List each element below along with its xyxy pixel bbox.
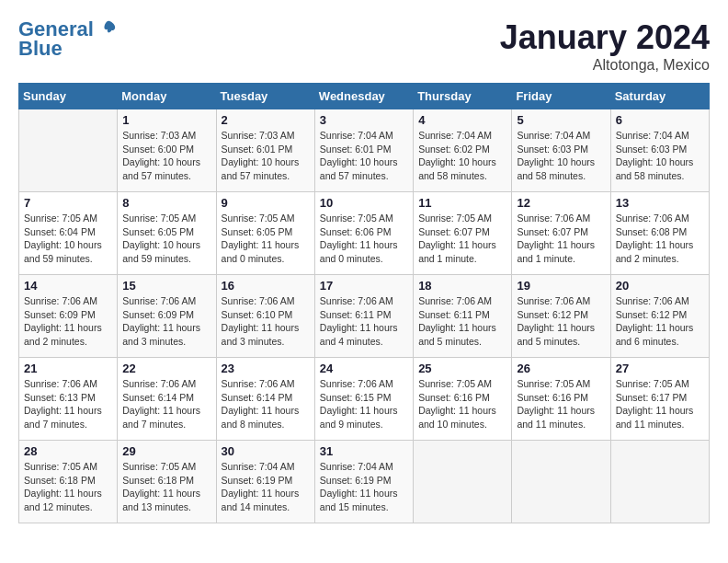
day-info: Sunrise: 7:05 AM Sunset: 6:16 PM Dayligh… (418, 377, 506, 431)
day-info: Sunrise: 7:03 AM Sunset: 6:00 PM Dayligh… (122, 129, 210, 183)
calendar-cell: 1Sunrise: 7:03 AM Sunset: 6:00 PM Daylig… (118, 109, 216, 192)
day-info: Sunrise: 7:06 AM Sunset: 6:14 PM Dayligh… (122, 377, 210, 431)
day-number: 18 (418, 279, 506, 293)
day-number: 8 (122, 196, 210, 210)
calendar-cell: 12Sunrise: 7:06 AM Sunset: 6:07 PM Dayli… (512, 192, 610, 275)
calendar-cell: 24Sunrise: 7:06 AM Sunset: 6:15 PM Dayli… (314, 358, 413, 441)
header-day-wednesday: Wednesday (314, 84, 413, 109)
day-info: Sunrise: 7:05 AM Sunset: 6:06 PM Dayligh… (320, 212, 408, 266)
day-number: 22 (122, 362, 210, 375)
calendar-cell: 23Sunrise: 7:06 AM Sunset: 6:14 PM Dayli… (216, 358, 314, 441)
week-row-2: 14Sunrise: 7:06 AM Sunset: 6:09 PM Dayli… (19, 275, 710, 358)
day-number: 29 (122, 444, 210, 458)
day-info: Sunrise: 7:05 AM Sunset: 6:18 PM Dayligh… (24, 460, 112, 514)
day-number: 28 (24, 444, 112, 458)
day-info: Sunrise: 7:04 AM Sunset: 6:03 PM Dayligh… (517, 129, 605, 183)
calendar-cell: 22Sunrise: 7:06 AM Sunset: 6:14 PM Dayli… (118, 358, 216, 441)
calendar-cell: 5Sunrise: 7:04 AM Sunset: 6:03 PM Daylig… (512, 109, 610, 192)
calendar-cell (19, 109, 118, 192)
day-info: Sunrise: 7:06 AM Sunset: 6:15 PM Dayligh… (320, 377, 408, 431)
day-number: 23 (222, 362, 310, 375)
calendar-cell (610, 441, 709, 523)
header-day-tuesday: Tuesday (216, 84, 314, 109)
day-info: Sunrise: 7:05 AM Sunset: 6:04 PM Dayligh… (24, 212, 112, 266)
day-info: Sunrise: 7:05 AM Sunset: 6:05 PM Dayligh… (222, 212, 310, 266)
calendar-table: SundayMondayTuesdayWednesdayThursdayFrid… (18, 83, 710, 523)
location: Altotonga, Mexico (500, 57, 710, 74)
day-number: 19 (517, 279, 605, 293)
calendar-cell: 31Sunrise: 7:04 AM Sunset: 6:19 PM Dayli… (314, 441, 413, 523)
day-number: 15 (122, 279, 210, 293)
day-number: 6 (616, 113, 704, 127)
day-info: Sunrise: 7:06 AM Sunset: 6:09 PM Dayligh… (24, 294, 112, 349)
day-number: 5 (517, 113, 605, 127)
day-number: 3 (320, 113, 408, 127)
calendar-cell: 4Sunrise: 7:04 AM Sunset: 6:02 PM Daylig… (414, 109, 512, 192)
calendar-cell: 11Sunrise: 7:05 AM Sunset: 6:07 PM Dayli… (414, 192, 512, 275)
day-info: Sunrise: 7:06 AM Sunset: 6:08 PM Dayligh… (616, 212, 704, 266)
day-info: Sunrise: 7:05 AM Sunset: 6:18 PM Dayligh… (122, 460, 210, 514)
calendar-cell (414, 441, 512, 523)
month-title: January 2024 (500, 18, 710, 57)
day-info: Sunrise: 7:06 AM Sunset: 6:12 PM Dayligh… (517, 294, 605, 349)
week-row-0: 1Sunrise: 7:03 AM Sunset: 6:00 PM Daylig… (19, 109, 710, 192)
week-row-4: 28Sunrise: 7:05 AM Sunset: 6:18 PM Dayli… (19, 441, 710, 523)
day-number: 4 (418, 113, 506, 127)
header-day-friday: Friday (512, 84, 610, 109)
day-number: 14 (24, 279, 112, 293)
calendar-cell: 8Sunrise: 7:05 AM Sunset: 6:05 PM Daylig… (118, 192, 216, 275)
day-info: Sunrise: 7:04 AM Sunset: 6:03 PM Dayligh… (616, 129, 704, 183)
calendar-cell: 27Sunrise: 7:05 AM Sunset: 6:17 PM Dayli… (610, 358, 709, 441)
day-number: 1 (122, 113, 210, 127)
calendar-cell: 19Sunrise: 7:06 AM Sunset: 6:12 PM Dayli… (512, 275, 610, 358)
day-number: 20 (616, 279, 704, 293)
day-info: Sunrise: 7:05 AM Sunset: 6:05 PM Dayligh… (122, 212, 210, 266)
day-number: 7 (24, 196, 112, 210)
calendar-cell (512, 441, 610, 523)
day-info: Sunrise: 7:04 AM Sunset: 6:02 PM Dayligh… (418, 129, 506, 183)
day-info: Sunrise: 7:05 AM Sunset: 6:07 PM Dayligh… (418, 212, 506, 266)
day-info: Sunrise: 7:06 AM Sunset: 6:10 PM Dayligh… (222, 294, 310, 349)
day-info: Sunrise: 7:06 AM Sunset: 6:14 PM Dayligh… (222, 377, 310, 431)
logo: General Blue (18, 18, 117, 61)
calendar-cell: 26Sunrise: 7:05 AM Sunset: 6:16 PM Dayli… (512, 358, 610, 441)
day-number: 21 (24, 362, 112, 375)
header-day-sunday: Sunday (19, 84, 118, 109)
day-info: Sunrise: 7:06 AM Sunset: 6:07 PM Dayligh… (517, 212, 605, 266)
day-info: Sunrise: 7:06 AM Sunset: 6:11 PM Dayligh… (418, 294, 506, 349)
day-number: 2 (222, 113, 310, 127)
title-block: January 2024 Altotonga, Mexico (500, 18, 710, 74)
day-number: 27 (616, 362, 704, 375)
day-info: Sunrise: 7:03 AM Sunset: 6:01 PM Dayligh… (222, 129, 310, 183)
day-number: 30 (222, 444, 310, 458)
day-number: 16 (222, 279, 310, 293)
calendar-cell: 6Sunrise: 7:04 AM Sunset: 6:03 PM Daylig… (610, 109, 709, 192)
day-number: 11 (418, 196, 506, 210)
page-header: General Blue January 2024 Altotonga, Mex… (18, 18, 710, 74)
calendar-cell: 15Sunrise: 7:06 AM Sunset: 6:09 PM Dayli… (118, 275, 216, 358)
calendar-cell: 16Sunrise: 7:06 AM Sunset: 6:10 PM Dayli… (216, 275, 314, 358)
header-day-monday: Monday (118, 84, 216, 109)
calendar-cell: 7Sunrise: 7:05 AM Sunset: 6:04 PM Daylig… (19, 192, 118, 275)
day-number: 10 (320, 196, 408, 210)
day-info: Sunrise: 7:04 AM Sunset: 6:01 PM Dayligh… (320, 129, 408, 183)
calendar-cell: 14Sunrise: 7:06 AM Sunset: 6:09 PM Dayli… (19, 275, 118, 358)
day-info: Sunrise: 7:05 AM Sunset: 6:17 PM Dayligh… (616, 377, 704, 431)
week-row-1: 7Sunrise: 7:05 AM Sunset: 6:04 PM Daylig… (19, 192, 710, 275)
day-number: 17 (320, 279, 408, 293)
day-number: 24 (320, 362, 408, 375)
day-info: Sunrise: 7:04 AM Sunset: 6:19 PM Dayligh… (320, 460, 408, 514)
calendar-cell: 2Sunrise: 7:03 AM Sunset: 6:01 PM Daylig… (216, 109, 314, 192)
logo-bird-icon (100, 19, 117, 36)
week-row-3: 21Sunrise: 7:06 AM Sunset: 6:13 PM Dayli… (19, 358, 710, 441)
day-info: Sunrise: 7:06 AM Sunset: 6:13 PM Dayligh… (24, 377, 112, 431)
calendar-cell: 30Sunrise: 7:04 AM Sunset: 6:19 PM Dayli… (216, 441, 314, 523)
day-info: Sunrise: 7:04 AM Sunset: 6:19 PM Dayligh… (222, 460, 310, 514)
calendar-cell: 17Sunrise: 7:06 AM Sunset: 6:11 PM Dayli… (314, 275, 413, 358)
day-number: 26 (517, 362, 605, 375)
calendar-cell: 10Sunrise: 7:05 AM Sunset: 6:06 PM Dayli… (314, 192, 413, 275)
header-day-thursday: Thursday (414, 84, 512, 109)
day-number: 9 (222, 196, 310, 210)
calendar-cell: 9Sunrise: 7:05 AM Sunset: 6:05 PM Daylig… (216, 192, 314, 275)
day-number: 25 (418, 362, 506, 375)
